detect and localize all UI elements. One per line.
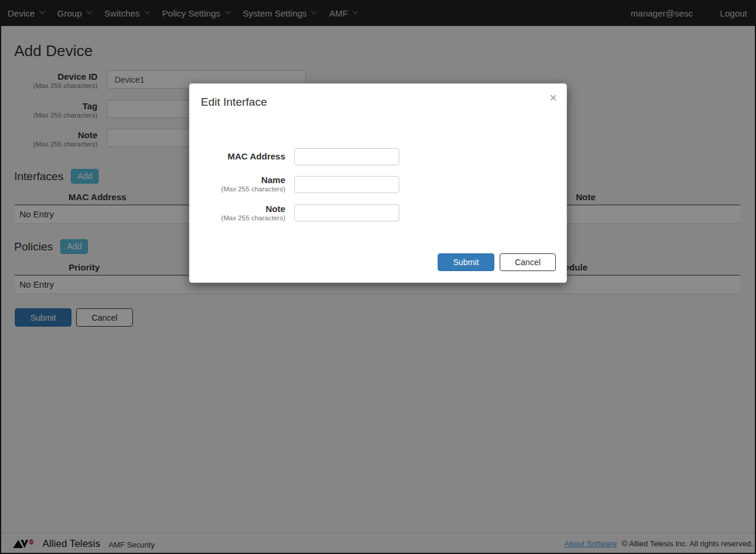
close-icon[interactable]: × — [549, 92, 557, 104]
modal-cancel-button[interactable]: Cancel — [500, 253, 556, 271]
modal-name-hint: (Max 255 characters) — [190, 185, 285, 194]
modal-mac-field[interactable] — [294, 148, 399, 165]
modal-name-label-block: Name (Max 255 characters) — [190, 175, 285, 194]
app-window: Device Group Switches Policy Settings Sy… — [0, 0, 756, 554]
modal-note-label-block: Note (Max 255 characters) — [190, 204, 285, 223]
edit-interface-modal: Edit Interface × MAC Address Name (Max 2… — [189, 83, 567, 283]
modal-note-hint: (Max 255 characters) — [190, 214, 285, 223]
modal-name-field[interactable] — [294, 176, 399, 193]
modal-mac-label-block: MAC Address — [190, 152, 285, 161]
modal-name-label: Name — [190, 175, 285, 185]
modal-note-label: Note — [190, 204, 285, 214]
modal-mac-label: MAC Address — [190, 152, 285, 161]
modal-note-field[interactable] — [294, 204, 399, 221]
modal-title: Edit Interface — [201, 96, 267, 109]
modal-submit-button[interactable]: Submit — [438, 253, 494, 271]
